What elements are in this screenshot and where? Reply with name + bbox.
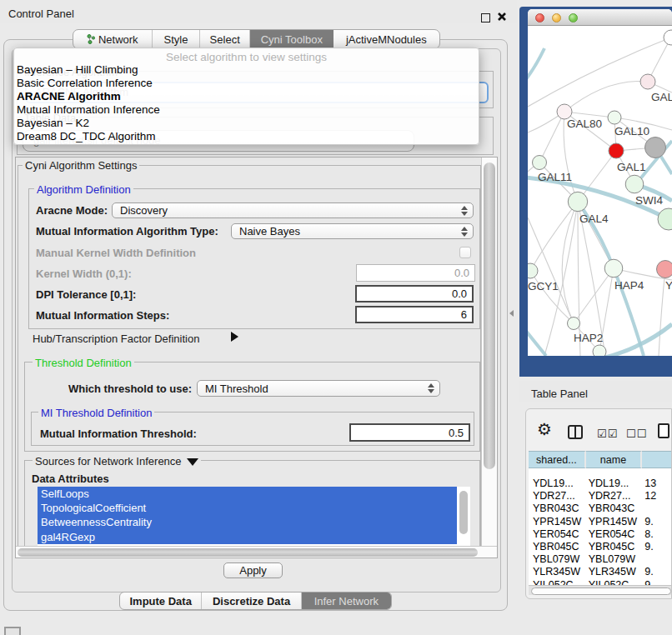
node[interactable] (604, 259, 623, 278)
tab-network[interactable]: Network (73, 30, 153, 48)
table-row[interactable]: YDL19...YDL19...13 (529, 478, 672, 490)
algorithm-definition-label: Algorithm Definition (34, 183, 133, 196)
horizontal-scrollbar-thumb[interactable] (18, 548, 478, 557)
network-window-titlebar[interactable] (528, 9, 672, 26)
edge[interactable] (659, 269, 665, 356)
edge[interactable] (574, 268, 614, 323)
vertical-scrollbar[interactable] (481, 158, 497, 547)
sources-label: Sources for Network Inference (33, 455, 201, 468)
table-cell: 9. (642, 566, 672, 578)
table-row[interactable]: YLR345WYLR345W9. (529, 566, 672, 578)
horizontal-scrollbar[interactable] (16, 546, 498, 558)
tab-infer-network[interactable]: Infer Network (302, 592, 391, 609)
edge[interactable] (528, 38, 671, 107)
list-scrollbar-thumb[interactable] (459, 491, 468, 534)
table-row[interactable]: YBR043CYBR043C (529, 502, 672, 515)
export-table-icon[interactable] (658, 423, 669, 438)
tab-style[interactable]: Style (153, 30, 201, 48)
popup-item[interactable]: Dream8 DC_TDC Algorithm (17, 130, 156, 143)
thick-edge[interactable] (528, 330, 546, 356)
data-attributes-list[interactable]: SelfLoopsTopologicalCoefficientBetweenne… (38, 487, 470, 547)
aracne-mode-combobox[interactable]: Discovery (112, 202, 474, 218)
popup-item[interactable]: Bayesian – K2 (17, 117, 89, 130)
node[interactable] (658, 208, 672, 230)
table-row[interactable]: YIL052CYIL052C9. (529, 579, 672, 585)
node-label: HAP4 (614, 279, 644, 292)
tab-cyni-toolbox[interactable]: Cyni Toolbox (250, 30, 333, 48)
node[interactable] (568, 192, 587, 211)
dpi-tolerance-field[interactable]: 0.0 (355, 285, 474, 302)
tab-impute-data[interactable]: Impute Data (120, 592, 202, 609)
node[interactable] (593, 345, 606, 356)
column-header[interactable]: name (586, 451, 643, 468)
mi-type-combobox[interactable]: Naive Bayes (231, 223, 474, 239)
kernel-width-field[interactable]: 0.0 (356, 264, 475, 282)
columns-icon[interactable] (568, 425, 583, 439)
node[interactable] (528, 263, 538, 278)
node[interactable] (568, 318, 580, 330)
table-row[interactable]: YPR145WYPR145W9. (529, 516, 672, 528)
zoom-light-icon[interactable] (569, 13, 578, 22)
attribute-item[interactable]: gal4RGexp (38, 530, 457, 544)
popup-item[interactable]: Mutual Information Inference (17, 103, 160, 117)
tab-discretize-data[interactable]: Discretize Data (202, 592, 301, 609)
mi-steps-field[interactable]: 6 (355, 306, 474, 323)
network-canvas[interactable]: GAL7GAL80GAL10GAL1GAL11SWI4GAL4HAP4YMGCY… (528, 26, 672, 356)
dock-icon[interactable] (4, 627, 21, 635)
table-cell: 13 (642, 478, 672, 490)
node[interactable] (608, 111, 621, 124)
popup-item[interactable]: Basic Correlation Inference (17, 77, 153, 90)
table-row[interactable]: YBL079WYBL079W (529, 553, 672, 566)
node[interactable] (609, 143, 624, 158)
edge[interactable] (564, 81, 648, 112)
thick-edge[interactable] (528, 48, 544, 79)
node[interactable] (645, 138, 666, 158)
table-row[interactable]: YER054CYER054C8. (529, 528, 672, 541)
gear-icon[interactable]: ⚙ (537, 421, 552, 438)
select-all-icon[interactable]: ☑☑ (597, 428, 618, 440)
table-cell: YBR045C (586, 541, 643, 553)
tab-jactivemnodules[interactable]: jActiveMNodules (333, 30, 439, 48)
list-scrollbar[interactable] (457, 487, 470, 547)
column-header[interactable]: shared... (529, 451, 586, 468)
minimize-light-icon[interactable] (552, 13, 561, 22)
edge[interactable] (539, 112, 564, 162)
vertical-scrollbar-thumb[interactable] (484, 162, 495, 469)
table-header: shared...name (529, 451, 672, 468)
float-window-icon[interactable] (481, 13, 490, 22)
popup-item[interactable]: Bayesian – Hill Climbing (17, 63, 138, 77)
close-icon[interactable] (496, 11, 508, 22)
column-header[interactable] (642, 451, 672, 468)
hub-definition-toggle[interactable]: Hub/Transcription Factor Definition (33, 332, 199, 345)
attribute-item[interactable]: TopologicalCoefficient (38, 501, 457, 515)
node[interactable] (657, 261, 672, 278)
edge[interactable] (530, 202, 578, 271)
node[interactable] (640, 74, 655, 89)
tab-select[interactable]: Select (200, 30, 250, 48)
table-row[interactable]: YBR045CYBR045C9. (529, 541, 672, 553)
table-horizontal-scrollbar[interactable] (529, 585, 672, 595)
collapse-arrow-icon[interactable] (187, 458, 198, 466)
table-row[interactable]: YDR27...YDR27...12 (529, 490, 672, 502)
edge[interactable] (562, 202, 578, 323)
splitter-arrow-icon[interactable] (509, 310, 514, 317)
deselect-all-icon[interactable]: ☐☐ (626, 428, 647, 440)
which-threshold-combobox[interactable]: MI Threshold (197, 380, 440, 397)
apply-button[interactable]: Apply (223, 562, 283, 578)
mi-threshold-field[interactable]: 0.5 (349, 423, 470, 442)
attribute-item[interactable]: BetweennessCentrality (38, 515, 457, 529)
node-table: shared...name YDL19...YDL19...13YDR27...… (529, 451, 672, 585)
manual-kernel-checkbox[interactable] (459, 247, 471, 258)
expand-arrow-icon[interactable] (231, 332, 238, 342)
edge[interactable] (544, 202, 578, 356)
node[interactable] (533, 156, 547, 170)
table-scrollbar-thumb[interactable] (531, 588, 671, 595)
popup-item[interactable]: ARACNE Algorithm (17, 90, 121, 103)
close-light-icon[interactable] (535, 13, 544, 22)
node-label: GAL4 (579, 212, 609, 225)
edge[interactable] (530, 271, 574, 323)
table-cell: 9. (642, 516, 672, 528)
node[interactable] (664, 30, 672, 45)
node[interactable] (625, 175, 644, 193)
attribute-item[interactable]: SelfLoops (38, 487, 457, 501)
